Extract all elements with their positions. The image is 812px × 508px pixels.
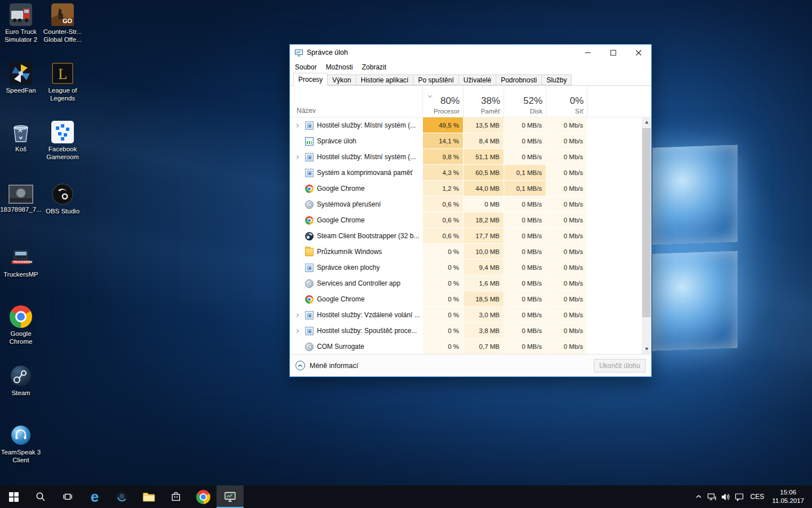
volume-icon[interactable] — [719, 485, 732, 508]
service-icon — [305, 153, 314, 161]
process-row[interactable]: Správce úloh14,1 %8,4 MB0 MB/s0 Mb/s — [290, 133, 642, 149]
less-info-toggle[interactable]: Méně informací — [295, 361, 358, 370]
expand-chevron-icon[interactable] — [294, 314, 305, 317]
process-row[interactable]: Steam Client Bootstrapper (32 b...0,6 %1… — [290, 228, 642, 244]
mem-value-cell: 3,8 MB — [463, 323, 504, 339]
process-name-cell: Hostitel služby: Vzdálené volání ... — [290, 307, 422, 323]
column-header-cpu[interactable]: 80% Procesor — [422, 86, 463, 117]
scroll-down-button[interactable] — [642, 344, 651, 354]
minimize-button[interactable] — [575, 45, 601, 60]
scrollbar-thumb[interactable] — [642, 128, 651, 317]
desktop-icon-chrome[interactable]: Google Chrome — [0, 305, 42, 345]
process-name: COM Surrogate — [317, 343, 364, 351]
menu-soubor[interactable]: Soubor — [290, 63, 321, 71]
process-row[interactable]: Průzkumník Windows0 %10,0 MB0 MB/s0 Mb/s — [290, 244, 642, 260]
process-row[interactable]: Google Chrome0,6 %18,2 MB0 MB/s0 Mb/s — [290, 212, 642, 228]
desktop-icon-label: Koš — [0, 146, 42, 154]
column-header-memory[interactable]: 38% Paměť — [463, 86, 504, 117]
start-button[interactable] — [0, 485, 27, 508]
tab-podrobnosti[interactable]: Podrobnosti — [496, 75, 542, 85]
hidden-icons-chevron[interactable] — [692, 485, 705, 508]
desktop-icon-csgo[interactable]: GOCounter-Str... Global Offe... — [42, 3, 83, 43]
desktop-icon-label: Counter-Str... Global Offe... — [42, 28, 83, 43]
process-row[interactable]: Hostitel služby: Spouštěč proce...0 %3,8… — [290, 323, 642, 339]
search-icon — [36, 492, 46, 502]
svg-text:GO: GO — [63, 17, 73, 24]
desktop-icon-label: Google Chrome — [0, 330, 42, 345]
tab-vykon[interactable]: Výkon — [327, 75, 356, 85]
menu-zobrazit[interactable]: Zobrazit — [358, 63, 391, 71]
disk-value-cell: 0,1 MB/s — [504, 165, 546, 181]
task-view-button[interactable] — [54, 485, 81, 508]
maximize-button[interactable] — [601, 45, 626, 60]
mem-value-cell: 17,7 MB — [463, 228, 504, 244]
expand-chevron-icon[interactable] — [294, 124, 305, 127]
store-button[interactable] — [162, 485, 189, 508]
pinned-app-button[interactable] — [108, 485, 135, 508]
cpu-value-cell: 0 % — [422, 339, 463, 354]
desktop-icon-obs[interactable]: OBS Studio — [42, 183, 83, 216]
task-manager-button[interactable] — [217, 485, 244, 508]
column-header-network[interactable]: 0% Síť — [546, 86, 587, 117]
process-row[interactable]: Hostitel služby: Místní systém (...9,8 %… — [290, 149, 642, 165]
process-name: Průzkumník Windows — [317, 248, 382, 256]
desktop-icon-teamspeak[interactable]: TeamSpeak 3 Client — [0, 424, 42, 464]
desktop-icon-lol[interactable]: LLeague of Legends — [42, 62, 83, 102]
end-task-button[interactable]: Ukončit úlohu — [594, 359, 646, 373]
process-row[interactable]: Správce oken plochy0 %9,4 MB0 MB/s0 Mb/s — [290, 260, 642, 275]
process-row[interactable]: Hostitel služby: Místní systém (...49,5 … — [290, 117, 642, 133]
column-header-disk[interactable]: 52% Disk — [504, 86, 546, 117]
column-header-name[interactable]: Název — [290, 86, 422, 117]
process-row[interactable]: Services and Controller app0 %1,6 MB0 MB… — [290, 275, 642, 291]
tab-historie-aplikaci[interactable]: Historie aplikací — [356, 75, 414, 85]
process-row[interactable]: Systém a komprimovaná paměť4,3 %60,5 MB0… — [290, 165, 642, 181]
desktop-icon-recycle-bin[interactable]: Koš — [0, 121, 42, 154]
expand-chevron-icon[interactable] — [294, 330, 305, 332]
process-name: Správce úloh — [317, 137, 356, 145]
cpu-value-cell: 0 % — [422, 323, 463, 339]
desktop-icon-steam[interactable]: Steam — [0, 365, 42, 397]
desktop-icon-ets2[interactable]: Euro Truck Simulator 2 — [0, 3, 42, 43]
process-row[interactable]: Hostitel služby: Vzdálené volání ...0 %3… — [290, 307, 642, 323]
desktop-icon-photo[interactable]: 18378987_7... — [0, 183, 42, 214]
tab-po-spusteni[interactable]: Po spuštění — [413, 75, 458, 85]
cpu-value-cell: 0 % — [422, 244, 463, 260]
process-row[interactable]: Google Chrome0 %18,5 MB0 MB/s0 Mb/s — [290, 291, 642, 307]
tab-procesy[interactable]: Procesy — [293, 73, 328, 86]
process-row[interactable]: Google Chrome1,2 %44,0 MB0,1 MB/s0 Mb/s — [290, 181, 642, 196]
chrome-icon — [196, 490, 210, 504]
action-center-icon[interactable] — [732, 485, 746, 508]
process-name-cell: Services and Controller app — [290, 275, 422, 291]
language-indicator[interactable]: CES — [746, 493, 769, 501]
tab-sluzby[interactable]: Služby — [541, 75, 572, 85]
row-filler — [587, 339, 642, 354]
expand-chevron-icon[interactable] — [294, 156, 305, 159]
desktop-icon-facebook-gameroom[interactable]: Facebook Gameroom — [42, 121, 83, 161]
task-manager-app-icon — [294, 49, 303, 57]
league-of-legends-icon: L — [51, 62, 74, 85]
tab-uzivatele[interactable]: Uživatelé — [458, 75, 496, 85]
desktop-icon-speedfan[interactable]: SpeedFan — [0, 62, 42, 95]
date: 11.05.2017 — [772, 497, 804, 505]
process-row[interactable]: Systémová přerušení0,6 %0 MB0 MB/s0 Mb/s — [290, 196, 642, 212]
edge-button[interactable]: e — [81, 485, 108, 508]
close-button[interactable] — [626, 45, 651, 60]
scrollbar[interactable] — [642, 117, 651, 354]
clock[interactable]: 15:06 11.05.2017 — [769, 488, 807, 505]
file-explorer-button[interactable] — [135, 485, 162, 508]
cpu-value-cell: 49,5 % — [422, 117, 463, 133]
process-row[interactable]: COM Surrogate0 %0,7 MB0 MB/s0 Mb/s — [290, 339, 642, 354]
facebook-gameroom-icon — [51, 121, 74, 143]
net-value-cell: 0 Mb/s — [546, 181, 587, 196]
desktop-icon-truckersmp[interactable]: TRUCKERSMPTruckersMP — [0, 246, 42, 279]
cpu-value-cell: 0,6 % — [422, 212, 463, 228]
scroll-up-button[interactable] — [642, 117, 651, 127]
title-bar[interactable]: Správce úloh — [290, 45, 651, 60]
network-icon[interactable] — [705, 485, 719, 508]
tab-strip: ProcesyVýkonHistorie aplikacíPo spuštění… — [290, 73, 651, 86]
menu-moznosti[interactable]: Možnosti — [321, 63, 358, 71]
process-name: Google Chrome — [317, 216, 365, 224]
chrome-button[interactable] — [189, 485, 217, 508]
process-name-cell: Steam Client Bootstrapper (32 b... — [290, 228, 422, 244]
search-button[interactable] — [27, 485, 54, 508]
